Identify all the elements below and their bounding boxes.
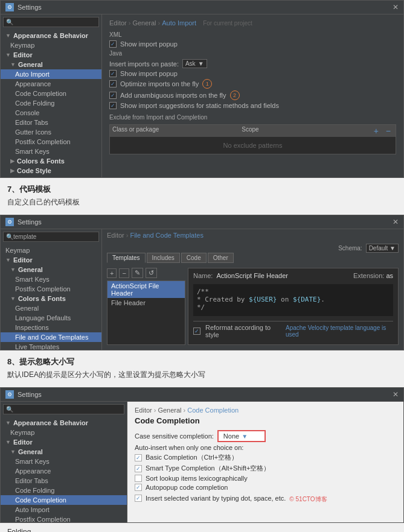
sidebar-item-keymap[interactable]: Keymap — [1, 40, 101, 50]
tab-templates[interactable]: Templates — [107, 253, 146, 263]
remove-exclude-button[interactable]: − — [383, 126, 393, 136]
toolbar-row: + − ✎ ↺ — [107, 268, 185, 278]
settings-window-3: ⚙ Settings ✕ 🔍 ▼Appearance & Behavior Ke… — [0, 387, 404, 523]
reformat-checkbox[interactable] — [193, 328, 200, 335]
autopopup-checkbox[interactable] — [135, 484, 142, 491]
sidebar-tree-1: ▼Appearance & Behavior Keymap ▼Editor ▼G… — [1, 30, 101, 177]
window-title-1: Settings — [18, 4, 42, 11]
sidebar2-lang-defaults[interactable]: Language Defaults — [1, 313, 101, 323]
sidebar3-code-folding[interactable]: Code Folding — [1, 486, 127, 495]
reset-template-btn[interactable]: ↺ — [146, 268, 157, 278]
sidebar2-colors[interactable]: ▼Colors & Fonts — [1, 294, 101, 303]
content2-main: + − ✎ ↺ ActionScript File Header File He… — [102, 268, 403, 350]
sidebar3-appearance2[interactable]: Appearance — [1, 466, 127, 476]
section-2-title: 8、提示忽略大小写 — [7, 356, 397, 367]
schema-dropdown[interactable]: Default ▼ — [366, 244, 399, 253]
edit-template-btn[interactable]: ✎ — [132, 268, 143, 278]
sidebar3-keymap[interactable]: Keymap — [1, 428, 127, 437]
sidebar-item-postfix[interactable]: Postfix Completion — [1, 137, 101, 147]
sidebar-3: 🔍 ▼Appearance & Behavior Keymap ▼Editor … — [1, 402, 127, 522]
search-box-2[interactable]: 🔍 — [3, 232, 99, 242]
java-show-import-popup-row: Show import popup — [109, 70, 396, 77]
sidebar-item-editor[interactable]: ▼Editor — [1, 50, 101, 60]
sidebar-item-editor-tabs[interactable]: Editor Tabs — [1, 118, 101, 127]
settings-window-2: ⚙ Settings ✕ 🔍 Keymap ▼Editor ▼General S… — [0, 215, 404, 350]
template-actionscript-header[interactable]: ActionScript File Header — [107, 281, 185, 298]
search-box-3[interactable]: 🔍 — [3, 404, 124, 414]
sidebar2-smart-keys[interactable]: Smart Keys — [1, 274, 101, 284]
close-button-3[interactable]: ✕ — [393, 390, 399, 399]
static-methods-checkbox[interactable] — [109, 102, 117, 109]
sidebar2-inspections[interactable]: Inspections — [1, 323, 101, 332]
xml-show-import-checkbox[interactable] — [109, 40, 117, 48]
folding-label: Folding — [7, 528, 31, 532]
sidebar2-general[interactable]: ▼General — [1, 265, 101, 274]
name-row: Name: ActionScript File Header Extension… — [193, 272, 393, 279]
search-input-2[interactable] — [13, 233, 96, 240]
exclude-table: Class or package Scope + − No exclude pa… — [109, 124, 396, 154]
sidebar-item-general[interactable]: ▼General — [1, 60, 101, 69]
sidebar3-editor-tabs[interactable]: Editor Tabs — [1, 476, 127, 486]
auto-insert-label-row: Auto-insert when only one choice on: — [135, 444, 396, 451]
section-2: 8、提示忽略大小写 默认IDEA的提示是区分大小写的，这里设置为提示忽略大小写 — [0, 350, 404, 387]
smart-type-checkbox[interactable] — [135, 465, 142, 472]
template-list: ActionScript File Header File Header — [107, 280, 185, 345]
case-sensitive-row: Case sensitive completion: None ▼ — [135, 430, 396, 442]
bottom-bar-2: Reformat according to style Apache Veloc… — [193, 321, 393, 341]
code-preview: /** * Created by ${USER} on ${DATE}. */ — [193, 284, 393, 316]
sidebar-item-smart-keys[interactable]: Smart Keys — [1, 147, 101, 156]
badge-1: 1 — [202, 79, 212, 89]
case-dropdown[interactable]: None ▼ — [217, 430, 266, 442]
add-unambiguous-checkbox[interactable] — [109, 92, 117, 99]
title-bar-3: ⚙ Settings ✕ — [1, 388, 403, 402]
sidebar2-editor[interactable]: ▼Editor — [1, 255, 101, 265]
tab-includes[interactable]: Includes — [147, 253, 180, 263]
sidebar-item-appearance2[interactable]: Appearance — [1, 79, 101, 89]
sidebar3-code-completion[interactable]: Code Completion — [1, 495, 127, 505]
section-2-desc: 默认IDEA的提示是区分大小写的，这里设置为提示忽略大小写 — [7, 370, 397, 380]
sidebar-item-colors[interactable]: ▶Colors & Fonts — [1, 156, 101, 166]
insert-selected-checkbox[interactable] — [135, 495, 142, 502]
sidebar-item-console[interactable]: Console — [1, 108, 101, 118]
add-template-btn[interactable]: + — [107, 268, 117, 278]
close-button-2[interactable]: ✕ — [393, 218, 399, 226]
sidebar3-editor[interactable]: ▼Editor — [1, 437, 127, 447]
schema-label: Schema: — [338, 245, 362, 252]
sidebar-item-code-style[interactable]: ▶Code Style — [1, 166, 101, 176]
sidebar-item-code-folding[interactable]: Code Folding — [1, 98, 101, 108]
template-file-header[interactable]: File Header — [107, 298, 185, 308]
static-methods-row: Show import suggestions for static metho… — [109, 102, 396, 109]
search-icon-3: 🔍 — [6, 406, 13, 413]
optimize-imports-checkbox[interactable] — [109, 80, 117, 87]
sidebar2-file-code-templates[interactable]: File and Code Templates — [1, 332, 101, 342]
sidebar3-general[interactable]: ▼General — [1, 447, 127, 457]
add-exclude-button[interactable]: + — [371, 126, 381, 136]
sidebar2-keymap[interactable]: Keymap — [1, 245, 101, 255]
close-button-1[interactable]: ✕ — [393, 3, 399, 11]
sidebar2-postfix[interactable]: Postfix Completion — [1, 284, 101, 294]
search-input-1[interactable] — [13, 19, 96, 25]
sidebar3-appearance[interactable]: ▼Appearance & Behavior — [1, 418, 127, 428]
sidebar3-auto-import[interactable]: Auto Import — [1, 505, 127, 515]
sort-lookup-checkbox[interactable] — [135, 475, 142, 482]
sidebar2-live-templates[interactable]: Live Templates — [1, 342, 101, 350]
tab-code[interactable]: Code — [181, 253, 207, 263]
settings-window-1: ⚙ Settings ✕ 🔍 ▼Appearance & Behavior Ke… — [0, 0, 404, 178]
sidebar-item-gutter-icons[interactable]: Gutter Icons — [1, 127, 101, 137]
sidebar3-smart-keys[interactable]: Smart Keys — [1, 457, 127, 466]
completion-title: Code Completion — [135, 416, 396, 425]
table-header: Class or package Scope + − — [110, 125, 396, 137]
remove-template-btn[interactable]: − — [119, 268, 129, 278]
basic-completion-checkbox[interactable] — [135, 454, 142, 461]
sidebar2-general2[interactable]: General — [1, 303, 101, 313]
java-show-import-checkbox[interactable] — [109, 70, 117, 77]
search-input-3[interactable] — [13, 406, 121, 413]
sidebar-item-auto-import[interactable]: Auto Import — [1, 69, 101, 79]
insert-imports-dropdown[interactable]: Ask ▼ — [182, 59, 207, 68]
tab-other[interactable]: Other — [208, 253, 234, 263]
auto-insert-label: Auto-insert when only one choice on: — [135, 444, 243, 451]
search-box-1[interactable]: 🔍 — [3, 17, 99, 27]
sidebar-item-code-completion[interactable]: Code Completion — [1, 89, 101, 98]
sidebar3-postfix[interactable]: Postfix Completion — [1, 515, 127, 522]
sidebar-item-appearance[interactable]: ▼Appearance & Behavior — [1, 31, 101, 40]
